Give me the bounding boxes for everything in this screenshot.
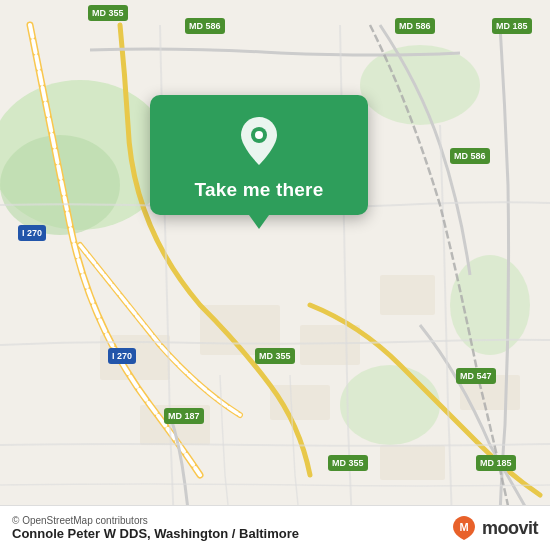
- road-badge-i270-mid: I 270: [108, 348, 136, 364]
- bottom-left-info: © OpenStreetMap contributors Connole Pet…: [12, 515, 299, 541]
- svg-rect-7: [300, 325, 360, 365]
- moovit-text: moovit: [482, 518, 538, 539]
- svg-point-5: [340, 365, 440, 445]
- road-badge-md187: MD 187: [164, 408, 204, 424]
- svg-text:M: M: [459, 521, 468, 533]
- road-badge-md355-bot2: MD 355: [328, 455, 368, 471]
- svg-point-3: [360, 45, 480, 125]
- map-svg: [0, 0, 550, 550]
- moovit-icon: M: [450, 514, 478, 542]
- copyright-text: © OpenStreetMap contributors: [12, 515, 299, 526]
- road-badge-md185-top-right: MD 185: [492, 18, 532, 34]
- svg-rect-12: [380, 445, 445, 480]
- take-me-there-label: Take me there: [195, 179, 324, 201]
- road-badge-md547: MD 547: [456, 368, 496, 384]
- road-badge-md355-bot: MD 355: [255, 348, 295, 364]
- map-background: [0, 0, 550, 550]
- road-badge-md586-top-left: MD 586: [185, 18, 225, 34]
- location-pin-icon: [231, 113, 287, 169]
- svg-rect-9: [380, 275, 435, 315]
- road-badge-md355-top: MD 355: [88, 5, 128, 21]
- take-me-there-card[interactable]: Take me there: [150, 95, 368, 215]
- road-badge-md586-top-right: MD 586: [395, 18, 435, 34]
- road-badge-md185-bot: MD 185: [476, 455, 516, 471]
- moovit-logo: M moovit: [450, 514, 538, 542]
- bottom-bar: © OpenStreetMap contributors Connole Pet…: [0, 505, 550, 550]
- map-container: MD 586 MD 355 MD 586 MD 185 MD 586 I 270…: [0, 0, 550, 550]
- location-title: Connole Peter W DDS, Washington / Baltim…: [12, 526, 299, 541]
- road-badge-i270-left: I 270: [18, 225, 46, 241]
- road-badge-md586-mid-right: MD 586: [450, 148, 490, 164]
- svg-point-15: [255, 131, 263, 139]
